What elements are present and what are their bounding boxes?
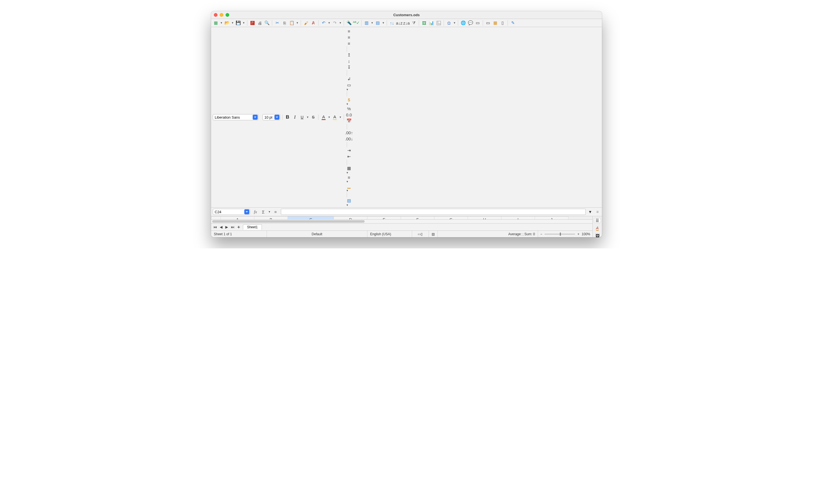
font-color-dropdown[interactable]: ▼ — [328, 116, 330, 119]
underline-dropdown[interactable]: ▼ — [306, 116, 309, 119]
align-top-button[interactable]: ↥ — [346, 52, 352, 58]
clear-format-button[interactable]: A̷ — [310, 20, 316, 26]
col-header-H[interactable]: H — [468, 217, 502, 220]
cell-reference-input[interactable] — [213, 210, 244, 214]
sidebar-properties-icon[interactable]: ☰ — [594, 218, 601, 223]
save-dropdown[interactable]: ▼ — [242, 21, 245, 24]
cut-button[interactable]: ✂ — [274, 20, 280, 26]
date-button[interactable]: 📅 — [346, 118, 352, 124]
borders-button[interactable]: ▦ — [346, 165, 352, 171]
status-cell-summary[interactable]: Average: ; Sum: 0 — [438, 231, 538, 237]
italic-button[interactable]: I — [292, 114, 298, 120]
align-mid-button[interactable]: ↕ — [346, 58, 352, 64]
status-insert-mode[interactable]: ▭▯ — [412, 231, 429, 237]
function-wizard-button[interactable]: fx — [252, 209, 258, 215]
define-print-button[interactable]: ▭ — [485, 20, 491, 26]
insert-chart-button[interactable]: 📊 — [428, 20, 435, 26]
copy-button[interactable]: ⎘ — [281, 20, 287, 26]
new-button[interactable]: ▦ — [213, 20, 219, 26]
border-style-button[interactable]: ≡ — [346, 174, 352, 180]
currency-dropdown[interactable]: ▼ — [346, 103, 349, 105]
freeze-button[interactable]: ▦ — [492, 20, 498, 26]
print-preview-button[interactable]: 🔍 — [264, 20, 270, 26]
insert-image-button[interactable]: 🖼 — [421, 20, 427, 26]
special-char-dropdown[interactable]: ▼ — [453, 21, 456, 24]
name-box-dropdown-icon[interactable] — [244, 209, 249, 214]
formula-equals-button[interactable]: = — [272, 209, 279, 215]
col-ops-dropdown[interactable]: ▼ — [382, 21, 385, 24]
first-sheet-button[interactable]: ⏮ — [213, 225, 217, 229]
highlight-button[interactable]: A — [332, 114, 338, 120]
zoom-level[interactable]: 100% — [582, 232, 590, 236]
font-size-combo[interactable] — [262, 114, 280, 120]
align-right-button[interactable]: ≡ — [346, 40, 352, 46]
sum-dropdown[interactable]: ▼ — [268, 210, 271, 213]
formula-expand-button[interactable]: ▼ — [588, 210, 593, 214]
sort-button[interactable]: ↑↓ — [389, 20, 395, 26]
zoom-slider[interactable] — [545, 234, 575, 235]
new-dropdown[interactable]: ▼ — [220, 21, 223, 24]
currency-button[interactable]: $ — [346, 97, 352, 103]
minimize-window-button[interactable] — [220, 13, 223, 17]
close-window-button[interactable] — [214, 13, 217, 17]
align-center-button[interactable]: ≡ — [346, 34, 352, 40]
align-left-button[interactable]: ≡ — [346, 28, 352, 34]
select-all-corner[interactable] — [211, 217, 221, 220]
sort-desc-button[interactable]: z↓a — [403, 20, 410, 26]
clone-format-button[interactable]: 🖌 — [303, 20, 309, 26]
col-header-G[interactable]: G — [435, 217, 468, 220]
zoom-out-button[interactable]: − — [540, 232, 542, 236]
zoom-window-button[interactable] — [225, 13, 229, 17]
header-footer-button[interactable]: ▭ — [475, 20, 481, 26]
undo-dropdown[interactable]: ▼ — [328, 21, 330, 24]
font-size-input[interactable] — [263, 115, 274, 119]
status-page-style[interactable]: Default — [267, 231, 367, 237]
open-button[interactable]: 📂 — [224, 20, 230, 26]
col-header-B[interactable]: B — [254, 217, 288, 220]
formula-input[interactable] — [281, 209, 586, 215]
align-bot-button[interactable]: ↧ — [346, 64, 352, 70]
cond-format-dropdown[interactable]: ▼ — [346, 204, 349, 207]
undo-button[interactable]: ↶ — [320, 20, 327, 26]
autofilter-button[interactable]: ⧩ — [411, 20, 417, 26]
col-header-C[interactable]: C — [288, 217, 334, 220]
show-draw-button[interactable]: ✎ — [510, 20, 516, 26]
font-name-combo[interactable] — [213, 114, 258, 120]
status-signature[interactable]: ▤ — [429, 231, 438, 237]
find-button[interactable]: 🔦 — [346, 20, 352, 26]
border-style-dropdown[interactable]: ▼ — [346, 180, 349, 183]
bold-button[interactable]: B — [284, 114, 291, 120]
open-dropdown[interactable]: ▼ — [231, 21, 234, 24]
next-sheet-button[interactable]: ▶ — [225, 225, 228, 229]
cond-format-button[interactable]: ▤ — [346, 198, 352, 204]
border-color-dropdown[interactable]: ▼ — [346, 189, 349, 192]
border-color-button[interactable]: ▁ — [346, 183, 352, 189]
merge-dropdown[interactable]: ▼ — [346, 88, 349, 91]
indent-dec-button[interactable]: ⇤ — [346, 153, 352, 160]
font-size-dropdown-icon[interactable] — [274, 115, 279, 120]
font-color-button[interactable]: A — [320, 114, 327, 120]
col-ops-button[interactable]: ▤ — [375, 20, 381, 26]
percent-button[interactable]: % — [346, 105, 352, 112]
strike-button[interactable]: S — [310, 114, 316, 120]
status-language[interactable]: English (USA) — [367, 231, 412, 237]
comment-button[interactable]: 💬 — [468, 20, 474, 26]
zoom-in-button[interactable]: + — [577, 232, 579, 236]
col-header-D[interactable]: D — [334, 217, 367, 220]
paste-button[interactable]: 📋 — [289, 20, 295, 26]
wrap-button[interactable]: ↲ — [346, 76, 352, 82]
save-button[interactable]: 💾 — [235, 20, 241, 26]
paste-dropdown[interactable]: ▼ — [296, 21, 299, 24]
redo-button[interactable]: ↷ — [332, 20, 338, 26]
col-header-J[interactable]: J — [535, 217, 569, 220]
borders-dropdown[interactable]: ▼ — [346, 171, 349, 174]
col-header-I[interactable]: I — [502, 217, 535, 220]
row-ops-button[interactable]: ▥ — [363, 20, 369, 26]
last-sheet-button[interactable]: ⏭ — [231, 225, 234, 229]
special-char-button[interactable]: Ω — [446, 20, 452, 26]
sum-button[interactable]: Σ — [260, 209, 266, 215]
sidebar-styles-icon[interactable]: A — [594, 226, 601, 231]
hyperlink-button[interactable]: 🌐 — [460, 20, 466, 26]
dec-del-button[interactable]: .00↓ — [346, 136, 352, 142]
sidebar-gallery-icon[interactable]: 🖼 — [594, 234, 601, 237]
